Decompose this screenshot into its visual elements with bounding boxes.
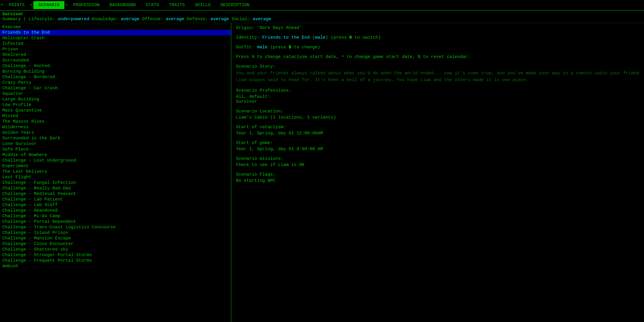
scenario-item[interactable]: Challenge - Car Crash [0, 85, 231, 91]
scenario-item[interactable]: Challenge - Island Prison [0, 230, 231, 236]
location-section: Scenario Location: Liam's Cabin (1 locat… [236, 109, 639, 120]
scenario-item[interactable]: Challenge - Mansion Escape [0, 236, 231, 241]
identity-key: 0 [349, 35, 352, 40]
scenario-item[interactable]: Lone Survivor [0, 141, 231, 147]
scenario-item[interactable]: Challenge - Lost Underground [0, 158, 231, 163]
scenario-item[interactable]: Prison [0, 47, 231, 52]
scenario-item[interactable]: Missed [0, 113, 231, 119]
scenario-item[interactable]: Surrounded in the Dark [0, 136, 231, 141]
scenario-item[interactable]: The Mascot Rises [0, 119, 231, 124]
scenario-item[interactable]: Evacuee [0, 24, 231, 30]
scenario-item[interactable]: Challenge - Frequent Portal Storms [0, 258, 231, 263]
scenario-item[interactable]: Challenge - Bordered [0, 74, 231, 80]
game-start-section: Start of game: Year 1, Spring, day 61 8:… [236, 141, 639, 152]
summary-defense-label: Defense: [187, 17, 210, 22]
story-label: Scenario Story: [236, 64, 639, 69]
scenario-item[interactable]: Challenge - Lab Staff [0, 202, 231, 208]
scenario-item[interactable]: Challenge - Medieval Peasant [0, 191, 231, 197]
main-container: EvacueeFriends to the EndHelicopter Cras… [0, 23, 644, 322]
scenario-item[interactable]: Wilderness [0, 124, 231, 130]
scenario-item[interactable]: Crazy Party [0, 80, 231, 85]
summary-knowledge-label: Knowledge: [92, 17, 121, 22]
scenario-item[interactable]: Challenge - Shattered sky [0, 247, 231, 252]
outfit-section: Outfit: male (press $ to change) [236, 45, 639, 50]
summary-bar: Survivor Summary | Lifestyle: underpower… [0, 11, 644, 23]
scenario-item[interactable]: Challenge - Trans-Coast Logistics Concou… [0, 225, 231, 230]
tab-skills[interactable]: SKILLS [190, 1, 215, 9]
cataclysm-value: Year 1, Spring, day 61 12:00:00AM [236, 131, 639, 136]
game-start-label: Start of game: [236, 141, 639, 145]
professions-value1: All, default: [236, 94, 639, 99]
scenario-detail: Origin: 'Dark Days Ahead' Identity: Frie… [231, 23, 644, 322]
scenario-item[interactable]: Burning Building [0, 69, 231, 74]
identity-label: Identity: [236, 35, 262, 40]
scenario-item[interactable]: Challenge - Fungal Infection [0, 180, 231, 186]
nav-arrow-scenario: < [30, 1, 33, 9]
scenario-item[interactable]: Mass Quarantine [0, 108, 231, 113]
flags-section: Scenario Flags: No starting NPC [236, 172, 639, 183]
origin-value: 'Dark Days Ahead' [257, 25, 302, 30]
summary-social: average [253, 17, 271, 22]
scenario-item[interactable]: Last Flight [0, 174, 231, 180]
tab-description[interactable]: DESCRIPTION [215, 1, 254, 9]
cataclysm-section: Start of cataclysm: Year 1, Spring, day … [236, 125, 639, 136]
scenario-item[interactable]: Helicopter Crash [0, 35, 231, 41]
scenario-item[interactable]: The Last Delivery [0, 169, 231, 174]
missions-label: Scenario missions: [236, 156, 639, 161]
calendar-hint-section: Press % to change cataclysm start date, … [236, 54, 639, 59]
tab-scenario[interactable]: SCENARIO [33, 1, 64, 9]
scenario-item[interactable]: Golden Years [0, 130, 231, 136]
scenario-item[interactable]: Experiment [0, 163, 231, 169]
scenario-item[interactable]: Surrounded [0, 58, 231, 63]
story-section: Scenario Story: You and your friends alw… [236, 64, 639, 83]
story-text: You and your friends always talked about… [236, 70, 639, 83]
scenario-item[interactable]: Challenge - Close Encounter [0, 241, 231, 247]
identity-name: Friends to the End [262, 35, 310, 40]
scenario-item[interactable]: Friends to the End [0, 30, 231, 35]
scenario-item[interactable]: Large Building [0, 97, 231, 102]
scenario-item[interactable]: Squatter [0, 91, 231, 97]
scenario-item[interactable]: Safe Place [0, 147, 231, 152]
tab-profession[interactable]: PROFESSION [68, 1, 105, 9]
nav-arrow-left: < [0, 1, 4, 9]
location-value: Liam's Cabin (1 locations, 1 variants) [236, 115, 639, 120]
cataclysm-label: Start of cataclysm: [236, 125, 639, 130]
tab-points[interactable]: POINTS [4, 1, 30, 9]
summary-offense: average [166, 17, 184, 22]
tab-stats[interactable]: STATS [141, 1, 164, 9]
outfit-gender: male [257, 45, 268, 50]
summary-prefix: Summary | Lifestyle: [2, 17, 58, 22]
outfit-label: Outfit: [236, 45, 257, 50]
scenario-item[interactable]: Challenge - Really Bad Day [0, 186, 231, 191]
scenario-item[interactable]: Challenge - Lab Patient [0, 197, 231, 202]
scenario-item[interactable]: Middle of Nowhere [0, 152, 231, 158]
scenario-item[interactable]: Challenge - Portal Dependent [0, 219, 231, 225]
professions-label: Scenario Professions: [236, 88, 639, 93]
summary-knowledge: average [121, 17, 139, 22]
scenario-item[interactable]: Low Profile [0, 102, 231, 108]
professions-value2: Survivor [236, 99, 639, 104]
scenario-item[interactable]: Challenge - Hunted [0, 63, 231, 69]
summary-lifestyle: underpowered [58, 17, 89, 22]
missions-value: Check to see if Liam is OK [236, 162, 639, 167]
tab-traits[interactable]: TRAITS [164, 1, 190, 9]
origin-label: Origin: [236, 25, 254, 30]
summary-offense-label: Offense: [142, 17, 166, 22]
scenario-item[interactable]: Infected [0, 41, 231, 47]
nav-arrow-scenario-right: > [64, 1, 68, 9]
professions-section: Scenario Professions: All, default: Surv… [236, 88, 639, 104]
top-nav: < POINTS < SCENARIO > PROFESSION BACKGRO… [0, 0, 644, 11]
scenario-item[interactable]: Challenge - Stronger Portal Storms [0, 252, 231, 258]
scenario-item[interactable]: Challenge - Abandoned [0, 208, 231, 213]
summary-title: Survivor [2, 12, 23, 17]
summary-defense: average [210, 17, 229, 22]
scenario-list[interactable]: EvacueeFriends to the EndHelicopter Cras… [0, 23, 231, 322]
identity-section: Identity: Friends to the End (male) (pre… [236, 35, 639, 40]
scenario-item[interactable]: Ambush [0, 263, 231, 269]
tab-background[interactable]: BACKGROUND [105, 1, 141, 9]
summary-line2: Summary | Lifestyle: underpowered Knowle… [2, 17, 271, 22]
scenario-item[interactable]: Sheltered [0, 52, 231, 58]
outfit-key: $ [289, 45, 291, 50]
location-label: Scenario Location: [236, 109, 639, 114]
scenario-item[interactable]: Challenge - Mi-Go Camp [0, 213, 231, 219]
